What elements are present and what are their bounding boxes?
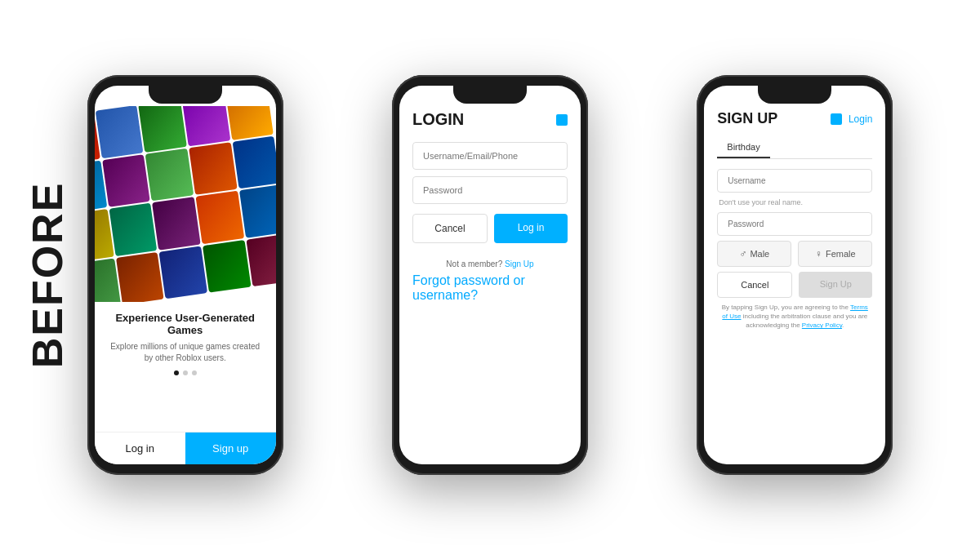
game-tile: [101, 154, 149, 207]
forgot-password-link[interactable]: Forgot password or username?: [412, 273, 525, 302]
phone-2-notch: [453, 86, 527, 104]
female-label: Female: [826, 249, 856, 259]
signup-cancel-button[interactable]: Cancel: [717, 272, 792, 298]
page-container: BEFORE: [0, 0, 980, 550]
password-input[interactable]: [412, 176, 568, 204]
birthday-tab-bar: Birthday: [717, 137, 872, 159]
roblox-logo-icon-3: [831, 113, 842, 125]
male-button[interactable]: ♂ Male: [717, 241, 791, 267]
female-button[interactable]: ♀ Female: [798, 241, 872, 267]
birthday-tab[interactable]: Birthday: [717, 137, 769, 158]
screen1-buttons: Log in Sign up: [95, 432, 276, 464]
screen1-title: Experience User-Generated Games: [108, 312, 263, 336]
phone-3: SIGN UP Login Birthday Don't use your re…: [697, 75, 893, 475]
screen1-description: Explore millions of unique games created…: [108, 341, 263, 364]
game-tile: [158, 246, 207, 299]
gender-buttons: ♂ Male ♀ Female: [717, 241, 872, 267]
pagination-dots: [174, 370, 197, 375]
not-member-row: Not a member? Sign Up: [446, 259, 533, 268]
games-grid: [95, 106, 276, 302]
game-tile: [203, 240, 251, 293]
male-icon: ♂: [739, 248, 746, 259]
signup-submit-button[interactable]: Sign Up: [799, 272, 872, 298]
phone-1: Experience User-Generated Games Explore …: [87, 75, 283, 475]
dot-3: [192, 370, 197, 375]
phone-3-screen: SIGN UP Login Birthday Don't use your re…: [704, 86, 885, 464]
male-label: Male: [750, 249, 769, 259]
login-title: LOGIN: [412, 110, 464, 129]
username-field[interactable]: [717, 169, 872, 193]
before-label: BEFORE: [23, 182, 72, 369]
game-tile: [145, 148, 193, 201]
username-email-phone-input[interactable]: [412, 142, 568, 170]
signup-action-buttons: Cancel Sign Up: [717, 272, 872, 298]
log-in-button[interactable]: Log in: [494, 214, 568, 243]
phone-1-notch: [149, 86, 222, 104]
signup-form: Birthday Don't use your real name. ♂ Mal…: [704, 134, 885, 464]
login-form: Cancel Log in Not a member? Sign Up Forg…: [399, 135, 581, 464]
terms-prefix: By tapping Sign Up, you are agreeing to …: [722, 304, 850, 311]
screen3-content: SIGN UP Login Birthday Don't use your re…: [704, 86, 885, 464]
terms-end: .: [842, 322, 844, 329]
game-tile: [152, 197, 200, 250]
game-tile: [189, 142, 237, 195]
screen2-content: LOGIN Cancel Log in Not a member? Sign U…: [399, 86, 581, 464]
privacy-policy-link[interactable]: Privacy Policy: [802, 322, 842, 329]
login-links: Not a member? Sign Up Forgot password or…: [412, 259, 568, 303]
terms-text: By tapping Sign Up, you are agreeing to …: [717, 303, 872, 330]
game-tile: [195, 191, 243, 244]
game-tile: [95, 106, 143, 158]
signup-title: SIGN UP: [717, 110, 777, 127]
screen1-content: Experience User-Generated Games Explore …: [95, 86, 276, 464]
game-tile: [115, 251, 163, 302]
game-tile: [232, 135, 276, 189]
phone-2: LOGIN Cancel Log in Not a member? Sign U…: [392, 75, 588, 475]
sign-up-link[interactable]: Sign Up: [505, 259, 534, 268]
signup-password-field[interactable]: [717, 212, 872, 236]
game-tile: [238, 184, 275, 237]
game-tile: [225, 106, 273, 140]
login-button[interactable]: Log in: [95, 432, 185, 464]
game-tile: [246, 233, 276, 286]
login-form-buttons: Cancel Log in: [412, 214, 568, 243]
phone-1-screen: Experience User-Generated Games Explore …: [95, 86, 276, 464]
game-tile: [138, 106, 186, 152]
phone-3-notch: [758, 86, 831, 104]
dot-1: [174, 370, 179, 375]
cancel-button[interactable]: Cancel: [412, 214, 488, 243]
signup-button[interactable]: Sign up: [185, 432, 276, 464]
game-tile: [109, 203, 157, 256]
game-tile: [181, 106, 229, 146]
forgot-link-row: Forgot password or username?: [412, 273, 568, 303]
screen1-text-area: Experience User-Generated Games Explore …: [95, 302, 276, 432]
signup-login-link[interactable]: Login: [849, 113, 872, 125]
phone-2-screen: LOGIN Cancel Log in Not a member? Sign U…: [399, 86, 581, 464]
roblox-logo-icon: [556, 114, 568, 126]
female-icon: ♀: [815, 248, 822, 259]
username-hint: Don't use your real name.: [717, 197, 872, 207]
dot-2: [183, 370, 188, 375]
not-member-text: Not a member?: [446, 259, 502, 268]
